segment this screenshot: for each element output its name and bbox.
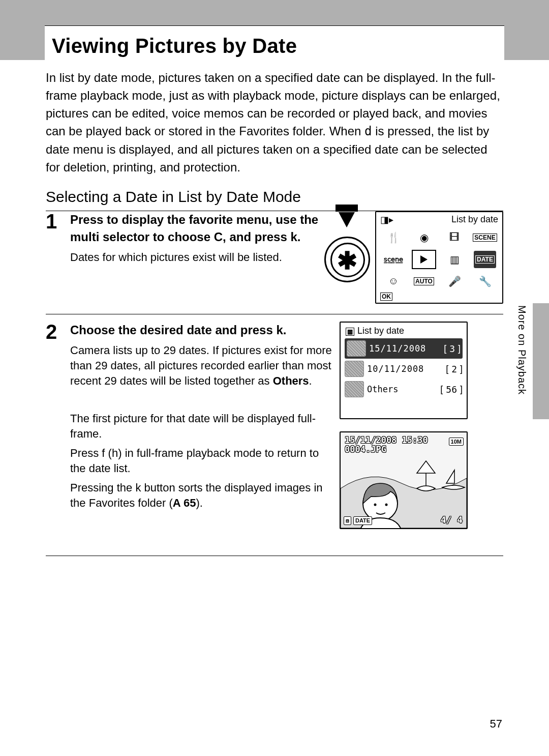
step-2-note: Camera lists up to 29 dates. If pictures… <box>70 343 334 389</box>
step1-title-a: Press <box>70 213 107 226</box>
step-2-after-a: The first picture for that date will be … <box>70 411 334 442</box>
section-heading: Selecting a Date in List by Date Mode <box>46 188 503 206</box>
svg-point-4 <box>385 504 388 506</box>
page-number: 57 <box>490 717 502 731</box>
date-list-panel: ▦List by date 15/11/2008 [ 3 ] 10/11/200… <box>340 322 468 419</box>
preview-counter: 4/ 4 <box>441 514 463 525</box>
s2b-h: h <box>112 447 118 459</box>
step2-title-b: . <box>283 323 287 337</box>
step-2-number: 2 <box>46 322 70 342</box>
step-2-after-c: Pressing the k button sorts the displaye… <box>70 480 334 511</box>
date-badge: DATE <box>353 516 372 525</box>
step2-glyph-ok: k <box>276 323 283 337</box>
camera-mode-icon: ◨▸ <box>380 214 393 225</box>
page-title: Viewing Pictures by Date <box>52 35 297 57</box>
count-1: 3 <box>449 343 455 354</box>
step-1-title: Press to display the favorite menu, use … <box>70 211 319 246</box>
count-2: 2 <box>451 364 457 374</box>
ok-badge: OK <box>380 293 392 301</box>
down-arrow-icon <box>339 212 355 227</box>
date-row-2: 10/11/2008 [ 2 ] <box>345 359 463 379</box>
mode-cell-calendar-icon: ▥ <box>443 251 466 268</box>
step2-note-b: . <box>309 374 312 387</box>
date-1: 15/11/2008 <box>369 343 441 354</box>
step-1-number: 1 <box>46 211 70 231</box>
step-2: 2 Choose the desired date and press k. C… <box>46 314 503 556</box>
step2-title-a: Choose the desired date and press <box>70 323 276 337</box>
mode-cell-play-icon <box>412 250 436 269</box>
mode-cell-scene2-icon: s̲c̲e̲n̲e̲ <box>382 251 405 268</box>
resolution-badge: 10M <box>449 438 464 446</box>
svg-point-3 <box>374 504 377 506</box>
s2b1: Press <box>70 447 102 459</box>
thumb-3-icon <box>345 381 364 397</box>
step2-note-bold: Others <box>273 374 309 387</box>
mode-cell-smile-icon: ☺ <box>382 273 405 290</box>
mode-cell-camera-icon: ◉ <box>413 229 435 246</box>
date-row-1: 15/11/2008 [ 3 ] <box>345 338 463 359</box>
menu-glyph: d <box>364 124 372 138</box>
date-3: Others <box>367 384 437 394</box>
mode-cell-voice-icon: 🎤 <box>443 273 466 290</box>
preview-timestamp: 15/11/2008 15:30 0004.JPG <box>345 435 428 454</box>
date-row-3: Others [ 56 ] <box>345 379 463 399</box>
intro-paragraph: In list by date mode, pictures taken on … <box>46 69 503 176</box>
mode-cell-auto-icon: AUTO <box>413 273 435 290</box>
count-3: 56 <box>446 384 457 395</box>
step1-title-c: , and press <box>223 230 290 244</box>
mode-panel-title: List by date <box>451 214 498 225</box>
side-tab <box>533 303 549 419</box>
s2c-ref: A 65 <box>173 497 196 509</box>
date-2: 10/11/2008 <box>367 364 443 374</box>
date-list-title: List by date <box>357 326 404 336</box>
side-label: More on Playback <box>516 305 528 395</box>
date-icon: ▦ <box>346 328 354 336</box>
camera-mode-glyph: ▸ <box>389 215 393 225</box>
step1-glyph-c: C <box>214 230 223 244</box>
s2c1: Pressing the <box>70 481 135 494</box>
mode-cell-setup-icon: 🔧 <box>474 273 496 290</box>
step-1: 1 Press to display the favorite menu, us… <box>46 211 503 314</box>
preview-ts-line2: 0004.JPG <box>345 444 386 454</box>
mode-cell-movie-icon: 🎞 <box>443 229 466 246</box>
mode-cell-food-icon: 🍴 <box>382 229 405 246</box>
thumb-1-icon <box>347 340 366 357</box>
step1-glyph-ok: k <box>290 230 297 244</box>
step-2-title: Choose the desired date and press k. <box>70 322 334 339</box>
mode-cell-date-icon: DATE <box>474 251 496 268</box>
favorite-button-illustration: ✱ <box>324 211 369 282</box>
star-icon: ✱ <box>324 237 370 282</box>
playback-preview-panel: 15/11/2008 15:30 0004.JPG 10M ⧈ DATE 4/ … <box>340 431 468 529</box>
step-1-note: Dates for which pictures exist will be l… <box>70 250 319 265</box>
mode-select-panel: ◨▸ List by date 🍴 ◉ 🎞 SCENE s̲c̲e̲n̲e̲ ▥… <box>375 211 503 304</box>
step1-title-d: . <box>297 230 301 244</box>
s2c-g: k <box>135 481 141 494</box>
thumb-2-icon <box>345 361 364 377</box>
mode-cell-scene-icon: SCENE <box>474 229 496 246</box>
s2b2: ( <box>105 447 111 459</box>
s2c3: ). <box>196 497 202 509</box>
preview-ts-line1: 15/11/2008 15:30 <box>345 435 428 445</box>
step-2-after-b: Press f (h) in full-frame playback mode … <box>70 446 334 476</box>
memory-icon: ⧈ <box>344 516 351 525</box>
